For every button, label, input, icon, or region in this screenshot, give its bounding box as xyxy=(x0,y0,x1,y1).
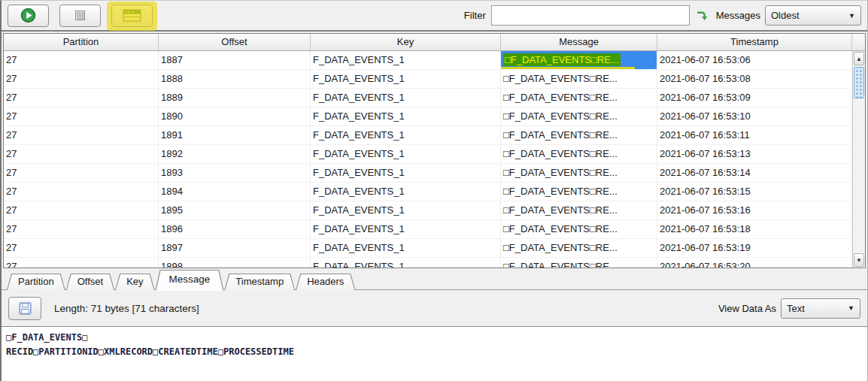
table-row[interactable]: 27 1891 F_DATA_EVENTS_1 □F_DATA_EVENTS□R… xyxy=(4,126,852,145)
cell-partition[interactable]: 27 xyxy=(4,107,159,126)
cell-key[interactable]: F_DATA_EVENTS_1 xyxy=(311,145,501,164)
cell-partition[interactable]: 27 xyxy=(4,70,159,89)
cell-offset[interactable]: 1897 xyxy=(159,239,311,258)
play-button[interactable] xyxy=(8,5,49,27)
cell-timestamp[interactable]: 2021-06-07 16:53:18 xyxy=(657,220,852,239)
table-row[interactable]: 27 1889 F_DATA_EVENTS_1 □F_DATA_EVENTS□R… xyxy=(4,89,852,107)
cell-timestamp[interactable]: 2021-06-07 16:53:11 xyxy=(657,126,852,145)
cell-partition[interactable]: 27 xyxy=(4,126,159,145)
cell-offset[interactable]: 1893 xyxy=(159,164,311,183)
column-header-partition[interactable]: Partition xyxy=(4,34,159,50)
save-button[interactable] xyxy=(8,297,41,320)
cell-message[interactable]: □F_DATA_EVENTS□RE... xyxy=(501,258,657,268)
cell-offset[interactable]: 1889 xyxy=(159,89,311,107)
table-row[interactable]: 27 1890 F_DATA_EVENTS_1 □F_DATA_EVENTS□R… xyxy=(4,107,852,126)
cell-partition[interactable]: 27 xyxy=(4,89,159,107)
cell-timestamp[interactable]: 2021-06-07 16:53:13 xyxy=(657,145,852,164)
cell-partition[interactable]: 27 xyxy=(4,201,159,220)
cell-timestamp[interactable]: 2021-06-07 16:53:06 xyxy=(657,51,852,70)
cell-key[interactable]: F_DATA_EVENTS_1 xyxy=(311,220,501,239)
cell-offset[interactable]: 1898 xyxy=(159,258,311,268)
cell-key[interactable]: F_DATA_EVENTS_1 xyxy=(311,258,501,268)
cell-key[interactable]: F_DATA_EVENTS_1 xyxy=(311,201,501,220)
table-row[interactable]: 27 1895 F_DATA_EVENTS_1 □F_DATA_EVENTS□R… xyxy=(4,201,852,220)
cell-partition[interactable]: 27 xyxy=(4,51,159,70)
cell-offset[interactable]: 1892 xyxy=(159,145,311,164)
cell-timestamp[interactable]: 2021-06-07 16:53:14 xyxy=(657,164,852,183)
cell-partition[interactable]: 27 xyxy=(4,183,159,201)
scroll-down-button[interactable]: ▼ xyxy=(854,253,864,267)
table-row[interactable]: 27 1892 F_DATA_EVENTS_1 □F_DATA_EVENTS□R… xyxy=(4,145,852,164)
cell-message[interactable]: □F_DATA_EVENTS□RE... xyxy=(501,201,657,220)
messages-order-dropdown[interactable]: Oldest ▼ xyxy=(765,5,861,26)
cell-partition[interactable]: 27 xyxy=(4,220,159,239)
cell-offset[interactable]: 1890 xyxy=(159,107,311,126)
tab-partition[interactable]: Partition xyxy=(7,274,65,290)
cell-message[interactable]: □F_DATA_EVENTS□RE... xyxy=(501,126,657,145)
tab-headers[interactable]: Headers xyxy=(296,274,355,290)
table-row[interactable]: 27 1894 F_DATA_EVENTS_1 □F_DATA_EVENTS□R… xyxy=(4,183,852,201)
cell-message[interactable]: □F_DATA_EVENTS□RE... xyxy=(501,89,657,107)
tab-timestamp[interactable]: Timestamp xyxy=(224,274,295,290)
cell-timestamp[interactable]: 2021-06-07 16:53:16 xyxy=(657,201,852,220)
cell-timestamp[interactable]: 2021-06-07 16:53:10 xyxy=(657,107,852,126)
table-row[interactable]: 27 1897 F_DATA_EVENTS_1 □F_DATA_EVENTS□R… xyxy=(4,239,852,258)
cell-offset[interactable]: 1895 xyxy=(159,201,311,220)
cell-offset[interactable]: 1896 xyxy=(159,220,311,239)
column-header-timestamp[interactable]: Timestamp xyxy=(657,34,852,50)
column-header-key[interactable]: Key xyxy=(311,34,501,50)
cell-key[interactable]: F_DATA_EVENTS_1 xyxy=(311,51,501,70)
show-table-view-button[interactable] xyxy=(111,5,153,27)
cell-key[interactable]: F_DATA_EVENTS_1 xyxy=(311,70,501,89)
tab-offset[interactable]: Offset xyxy=(66,274,114,290)
cell-offset[interactable]: 1888 xyxy=(159,70,311,89)
cell-message[interactable]: □F_DATA_EVENTS□RE... xyxy=(501,239,657,258)
cell-key[interactable]: F_DATA_EVENTS_1 xyxy=(311,239,501,258)
cell-partition[interactable]: 27 xyxy=(4,239,159,258)
cell-key[interactable]: F_DATA_EVENTS_1 xyxy=(311,126,501,145)
table-row[interactable]: 27 1887 F_DATA_EVENTS_1 □F_DATA_EVENTS□R… xyxy=(4,51,852,70)
table-row[interactable]: 27 1896 F_DATA_EVENTS_1 □F_DATA_EVENTS□R… xyxy=(4,220,852,239)
cell-offset[interactable]: 1891 xyxy=(159,126,311,145)
table-vertical-scrollbar[interactable]: ▲ ▼ xyxy=(852,51,865,268)
cell-message[interactable]: □F_DATA_EVENTS□RE... xyxy=(501,164,657,183)
table-row[interactable]: 27 1898 F_DATA_EVENTS_1 □F_DATA_EVENTS□R… xyxy=(4,258,852,268)
cell-timestamp[interactable]: 2021-06-07 16:53:08 xyxy=(657,70,852,89)
apply-filter-icon[interactable] xyxy=(696,9,709,22)
cell-message[interactable]: □F_DATA_EVENTS□RE... xyxy=(501,107,657,126)
cell-message[interactable]: □F_DATA_EVENTS□RE... xyxy=(501,145,657,164)
scroll-up-button[interactable]: ▲ xyxy=(854,52,864,65)
scrollbar-thumb[interactable] xyxy=(854,67,864,98)
cell-timestamp[interactable]: 2021-06-07 16:53:15 xyxy=(657,183,852,201)
play-icon xyxy=(20,8,36,23)
column-header-offset[interactable]: Offset xyxy=(159,34,311,50)
stop-button[interactable] xyxy=(59,5,101,27)
column-header-message[interactable]: Message xyxy=(501,34,657,50)
cell-partition[interactable]: 27 xyxy=(4,258,159,268)
message-payload-viewer[interactable]: □F_DATA_EVENTS□RECID□PARTITIONID□XMLRECO… xyxy=(2,326,867,381)
filter-input[interactable] xyxy=(491,5,690,26)
chevron-down-icon: ▼ xyxy=(848,12,855,20)
cell-message[interactable]: □F_DATA_EVENTS□RE... xyxy=(501,70,657,89)
cell-key[interactable]: F_DATA_EVENTS_1 xyxy=(311,107,501,126)
cell-message[interactable]: □F_DATA_EVENTS□RE... xyxy=(501,51,657,70)
table-row[interactable]: 27 1888 F_DATA_EVENTS_1 □F_DATA_EVENTS□R… xyxy=(4,70,852,89)
cell-message[interactable]: □F_DATA_EVENTS□RE... xyxy=(501,183,657,201)
cell-timestamp[interactable]: 2021-06-07 16:53:19 xyxy=(657,239,852,258)
table-row[interactable]: 27 1893 F_DATA_EVENTS_1 □F_DATA_EVENTS□R… xyxy=(4,164,852,183)
cell-key[interactable]: F_DATA_EVENTS_1 xyxy=(311,164,501,183)
tab-message[interactable]: Message xyxy=(156,270,224,290)
cell-key[interactable]: F_DATA_EVENTS_1 xyxy=(311,89,501,107)
tab-key[interactable]: Key xyxy=(115,274,154,290)
cell-key[interactable]: F_DATA_EVENTS_1 xyxy=(311,183,501,201)
view-data-as-dropdown[interactable]: Text ▼ xyxy=(781,298,860,319)
cell-offset[interactable]: 1887 xyxy=(159,51,311,70)
cell-offset[interactable]: 1894 xyxy=(159,183,311,201)
cell-partition[interactable]: 27 xyxy=(4,164,159,183)
cell-timestamp[interactable]: 2021-06-07 16:53:20 xyxy=(657,258,852,268)
cell-message[interactable]: □F_DATA_EVENTS□RE... xyxy=(501,220,657,239)
cell-timestamp[interactable]: 2021-06-07 16:53:09 xyxy=(657,89,852,107)
cell-partition[interactable]: 27 xyxy=(4,145,159,164)
messages-label: Messages xyxy=(716,10,760,21)
table-body: 27 1887 F_DATA_EVENTS_1 □F_DATA_EVENTS□R… xyxy=(4,51,865,268)
